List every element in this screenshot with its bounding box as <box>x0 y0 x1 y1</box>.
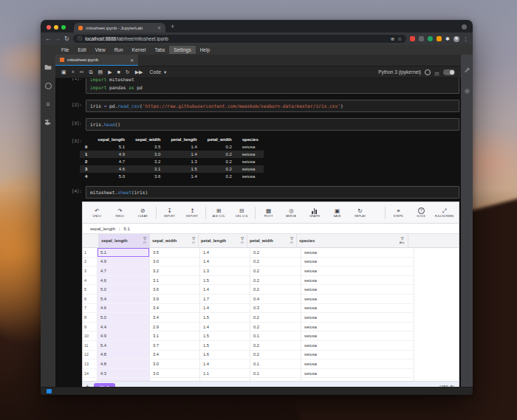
grid-cell[interactable]: 3.4 <box>150 313 200 323</box>
cut-cell-icon[interactable]: ✂ <box>80 69 84 75</box>
grid-cell[interactable]: 4.6 <box>97 276 150 286</box>
mito-save-button[interactable]: ▣SAVE <box>326 207 349 218</box>
grid-cell[interactable]: 3.2 <box>150 266 200 276</box>
grid-cell[interactable]: 3.0 <box>150 258 200 267</box>
grid-cell[interactable]: 1.1 <box>200 369 250 379</box>
menu-item-view[interactable]: View <box>91 46 110 54</box>
grid-cell[interactable]: setosa <box>301 369 414 379</box>
grid-cell[interactable]: 3.9 <box>150 295 200 304</box>
grid-cell[interactable]: 1.5 <box>200 313 250 323</box>
gear-icon[interactable] <box>464 84 470 97</box>
grid-cell[interactable]: 0.2 <box>250 285 301 295</box>
table-of-contents-icon[interactable]: ≡ <box>44 100 52 108</box>
browser-menu-icon[interactable]: ⋮ <box>463 36 468 42</box>
grid-cell[interactable]: 0.2 <box>250 313 301 323</box>
file-browser-icon[interactable] <box>44 63 52 71</box>
simple-mode-toggle[interactable] <box>443 69 455 75</box>
grid-cell[interactable]: 4.9 <box>97 258 150 267</box>
grid-cell[interactable]: 0.2 <box>250 258 301 267</box>
mito-docs-button[interactable]: ?DOCS <box>410 207 433 218</box>
grid-cell[interactable]: 1.4 <box>200 359 250 369</box>
browser-tab[interactable]: mitosheet.ipynb - JupyterLab ✕ <box>74 23 165 32</box>
column-header-sepal_length[interactable]: sepal_length▽## <box>99 234 150 247</box>
column-header-species[interactable]: species▽Abc <box>297 234 408 247</box>
grid-cell[interactable]: 1.7 <box>200 295 250 304</box>
grid-cell[interactable]: 3.6 <box>150 285 200 295</box>
stop-kernel-icon[interactable]: ■ <box>117 69 120 75</box>
restart-kernel-icon[interactable]: ↻ <box>126 69 130 75</box>
mito-undo-button[interactable]: ↶UNDO <box>86 207 109 218</box>
grid-cell[interactable]: 4.6 <box>97 304 150 314</box>
grid-cell[interactable]: 3.5 <box>150 248 200 258</box>
grid-cell[interactable]: 1.4 <box>200 323 250 332</box>
grid-cell[interactable]: setosa <box>301 359 414 369</box>
code-cell-4[interactable]: [4]: mitosheet.sheet(iris) <box>55 186 459 199</box>
grid-cell[interactable]: 3.1 <box>150 276 200 286</box>
grid-cell[interactable]: 4.3 <box>97 369 150 379</box>
close-window-button[interactable] <box>47 25 51 30</box>
grid-cell[interactable]: 1.4 <box>200 258 250 267</box>
mito-del-col-button[interactable]: ⊟DEL COL <box>230 207 253 218</box>
grid-cell[interactable]: 0.1 <box>250 369 301 379</box>
grid-cell[interactable]: 5.1 <box>97 248 150 258</box>
grid-cell[interactable]: 1.5 <box>200 276 250 286</box>
extension-icon-gray[interactable] <box>419 36 424 41</box>
mito-clear-button[interactable]: ⊘CLEAR <box>131 207 154 218</box>
extension-icon-orange[interactable] <box>436 36 442 41</box>
grid-cell[interactable]: 1.4 <box>200 304 250 314</box>
extension-icon-red[interactable] <box>410 36 415 41</box>
menu-item-tabs[interactable]: Tabs <box>150 46 169 54</box>
tab-search-icon[interactable] <box>462 24 467 30</box>
grid-cell[interactable]: 1.4 <box>200 248 250 258</box>
code-cell-3[interactable]: [3]: iris.head() <box>55 118 459 131</box>
grid-cell[interactable]: setosa <box>301 323 414 332</box>
grid-cell[interactable]: setosa <box>301 295 414 304</box>
extensions-puzzle-icon[interactable]: ✱ <box>445 36 450 41</box>
zoom-window-button[interactable] <box>61 25 66 30</box>
mito-steps-button[interactable]: ≡STEPS <box>387 207 410 218</box>
mito-import-button[interactable]: ↧IMPORT <box>158 207 181 218</box>
new-tab-button[interactable]: + <box>171 24 174 30</box>
running-sessions-icon[interactable] <box>44 82 52 89</box>
grid-cell[interactable]: 3.0 <box>150 359 200 369</box>
grid-cell[interactable]: 4.8 <box>97 351 150 360</box>
run-cell-icon[interactable]: ▶ <box>108 69 112 75</box>
zoom-icon[interactable]: ⊕ <box>391 36 394 42</box>
grid-cell[interactable]: 1.5 <box>200 331 250 341</box>
column-header-petal_width[interactable]: petal_width▽## <box>247 234 297 247</box>
column-header-sepal_width[interactable]: sepal_width▽## <box>150 234 199 247</box>
grid-cell[interactable]: setosa <box>301 304 414 314</box>
mito-export-button[interactable]: ↥EXPORT <box>181 207 204 218</box>
menu-item-edit[interactable]: Edit <box>73 46 90 54</box>
grid-cell[interactable]: 0.2 <box>250 266 301 276</box>
grid-cell[interactable]: 5.4 <box>97 295 150 304</box>
grid-cell[interactable]: setosa <box>301 351 414 360</box>
save-icon[interactable]: ▣ <box>61 69 66 75</box>
menu-item-file[interactable]: File <box>57 46 73 54</box>
minimize-window-button[interactable] <box>54 25 58 30</box>
property-inspector-wrench-icon[interactable] <box>464 63 470 77</box>
grid-cell[interactable]: 5.0 <box>97 313 150 323</box>
tab-close-icon[interactable]: ✕ <box>157 25 161 30</box>
menu-item-help[interactable]: Help <box>196 46 214 54</box>
grid-cell[interactable]: 4.9 <box>97 331 150 341</box>
forward-icon[interactable]: → <box>55 36 61 42</box>
run-all-cells-icon[interactable]: ▶▶ <box>135 69 143 75</box>
debugger-bug-icon[interactable] <box>434 66 439 79</box>
cell-input[interactable]: iris.head() <box>86 118 459 131</box>
menu-item-kernel[interactable]: Kernel <box>128 46 151 54</box>
grid-cell[interactable]: setosa <box>301 276 414 286</box>
menu-item-run[interactable]: Run <box>110 46 128 54</box>
mito-formula-bar[interactable]: sepal_length | 5.1 <box>83 224 459 234</box>
menu-item-settings[interactable]: Settings <box>169 46 196 54</box>
reload-icon[interactable]: ↻ <box>64 36 69 42</box>
mito-pivot-button[interactable]: ▦PIVOT <box>257 207 280 218</box>
copy-cell-icon[interactable]: ⧉ <box>89 69 93 75</box>
mito-redo-button[interactable]: ↷REDO <box>109 207 131 218</box>
cell-input[interactable]: mitosheet.sheet(iris) <box>86 186 459 199</box>
grid-cell[interactable]: 1.6 <box>200 351 250 360</box>
mito-merge-button[interactable]: ◎MERGE <box>280 207 303 218</box>
grid-cell[interactable]: 3.4 <box>150 351 200 360</box>
grid-cell[interactable]: 0.1 <box>250 331 301 341</box>
grid-cell[interactable]: 3.4 <box>150 304 200 314</box>
